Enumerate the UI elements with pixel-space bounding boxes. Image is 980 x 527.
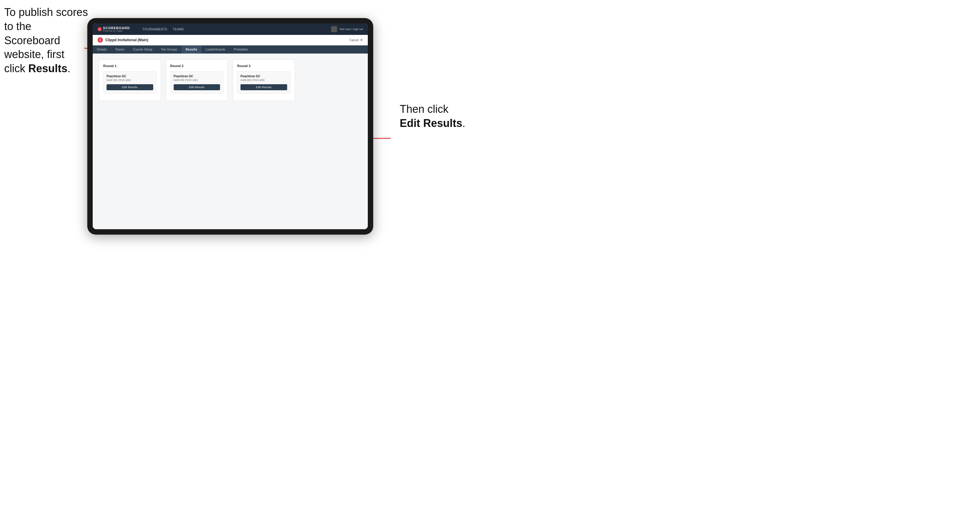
round-1-column: Round 1 Peachtree GC Gold (M) (7010 yds)… [99,60,161,101]
logo-icon: S [97,27,102,31]
instruction-line3: website, first [4,48,64,60]
instruction-line1: To publish scores [4,6,88,18]
nav-tournaments[interactable]: TOURNAMENTS [142,28,167,31]
tab-results[interactable]: Results [181,45,201,54]
close-icon: ✕ [360,38,363,42]
instruction-right-suffix: . [462,117,465,129]
instruction-results-link: Results [28,62,67,75]
tab-tee-groups[interactable]: Tee Groups [156,45,181,54]
instruction-right: Then click Edit Results. [400,102,478,130]
logo-wrapper: S SCOREBOARD Powered by clippd [97,27,136,32]
main-content: Round 1 Peachtree GC Gold (M) (7010 yds)… [93,54,368,229]
sign-out-link[interactable]: Sign out [353,28,363,31]
round-3-column: Round 3 Peachtree GC Gold (M) (7010 yds)… [233,60,295,101]
nav-teams[interactable]: TEAMS [173,28,184,31]
tablet-screen: S SCOREBOARD Powered by clippd TOURNAMEN… [93,24,368,229]
round-4-column [300,60,362,101]
instruction-line4-suffix: . [67,62,70,75]
round-1-title: Round 1 [103,64,156,68]
top-navigation: S SCOREBOARD Powered by clippd TOURNAMEN… [93,24,368,35]
tablet-frame: S SCOREBOARD Powered by clippd TOURNAMEN… [87,18,373,235]
tab-details[interactable]: Details [93,45,111,54]
tab-teams[interactable]: Teams [111,45,129,54]
round-2-title: Round 2 [170,64,224,68]
round-1-edit-results-button[interactable]: Edit Results [107,84,153,90]
tournament-icon: C [97,37,103,43]
instruction-edit-results-link: Edit Results [400,117,462,129]
nav-right: Test User | Sign out [331,26,363,32]
tournament-header: C Clippd Invitational (Main) Cancel ✕ [93,35,368,45]
user-avatar [331,26,337,32]
round-1-course-card: Peachtree GC Gold (M) (7010 yds) Edit Re… [103,71,156,94]
round-1-course-details: Gold (M) (7010 yds) [107,78,153,81]
logo-subtitle: Powered by clippd [103,30,130,32]
round-3-course-details: Gold (M) (7010 yds) [240,78,287,81]
cancel-button[interactable]: Cancel ✕ [350,38,363,42]
round-3-title: Round 3 [237,64,290,68]
rounds-grid: Round 1 Peachtree GC Gold (M) (7010 yds)… [99,60,362,101]
instruction-right-line1: Then click [400,103,449,115]
round-2-course-details: Gold (M) (7010 yds) [173,78,220,81]
user-text: Test User | Sign out [339,28,363,31]
tournament-title-row: C Clippd Invitational (Main) [97,37,148,43]
round-3-course-card: Peachtree GC Gold (M) (7010 yds) Edit Re… [237,71,290,94]
round-3-edit-results-button[interactable]: Edit Results [240,84,287,90]
tournament-title: Clippd Invitational (Main) [105,38,148,42]
tab-printables[interactable]: Printables [230,45,252,54]
sub-navigation: Details Teams Course Setup Tee Groups Re… [93,45,368,54]
round-2-course-name: Peachtree GC [173,75,220,78]
scoreboard-logo: SCOREBOARD Powered by clippd [103,27,130,32]
round-2-course-card: Peachtree GC Gold (M) (7010 yds) Edit Re… [170,71,224,94]
instruction-line2: to the Scoreboard [4,20,60,47]
round-2-edit-results-button[interactable]: Edit Results [173,84,220,90]
tab-leaderboards[interactable]: Leaderboards [201,45,229,54]
round-2-column: Round 2 Peachtree GC Gold (M) (7010 yds)… [166,60,228,101]
nav-links: TOURNAMENTS TEAMS [142,28,331,31]
instruction-line4-prefix: click [4,62,28,75]
instruction-left: To publish scores to the Scoreboard webs… [4,5,89,76]
logo-title: SCOREBOARD [103,27,130,30]
round-3-course-name: Peachtree GC [240,75,287,78]
tab-course-setup[interactable]: Course Setup [129,45,157,54]
round-1-course-name: Peachtree GC [107,75,153,78]
